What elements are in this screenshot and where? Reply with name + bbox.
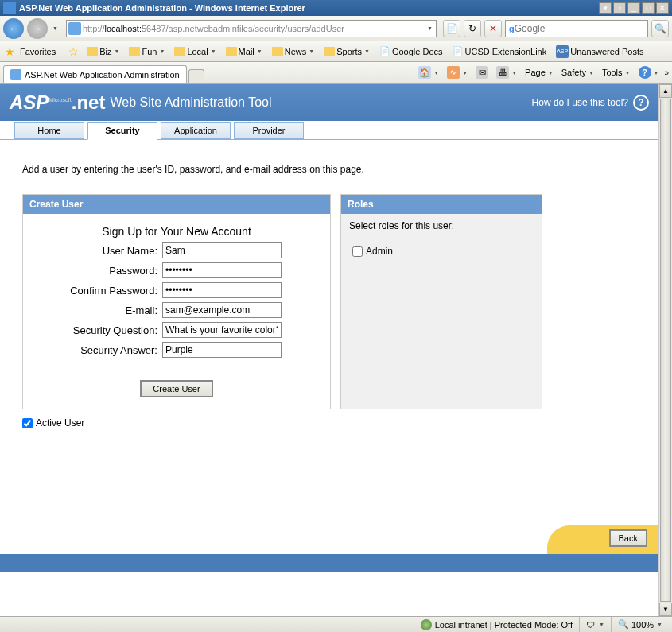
maximize-button[interactable]: □ bbox=[642, 2, 655, 14]
fav-local[interactable]: Local▼ bbox=[171, 45, 219, 58]
status-mode-dropdown[interactable]: 🛡▼ bbox=[579, 617, 611, 632]
confirm-password-input[interactable] bbox=[162, 282, 282, 298]
address-bar[interactable]: http:// localhost: 56487 /asp.netwebadmi… bbox=[66, 20, 437, 37]
roles-instruction: Select roles for this user: bbox=[341, 214, 542, 238]
active-user-row: Active User bbox=[22, 417, 636, 428]
close-button[interactable]: ✕ bbox=[656, 2, 669, 14]
page-menu[interactable]: Page▼ bbox=[522, 66, 556, 79]
help-icon: ? bbox=[639, 66, 651, 79]
favorites-bar: ★ Favorites ☆ Biz▼ Fun▼ Local▼ Mail▼ New… bbox=[0, 41, 672, 62]
folder-icon bbox=[324, 47, 335, 56]
shield-icon: 🛡 bbox=[586, 620, 595, 630]
create-user-header: Create User bbox=[23, 195, 330, 214]
fav-unanswered[interactable]: ASPUnanswered Posts bbox=[553, 44, 647, 60]
fav-sports[interactable]: Sports▼ bbox=[320, 45, 373, 58]
username-input[interactable] bbox=[162, 242, 282, 258]
url-port: 56487 bbox=[142, 24, 166, 33]
asp-icon: ASP bbox=[556, 45, 569, 58]
folder-icon bbox=[129, 47, 140, 56]
back-button[interactable]: Back bbox=[609, 529, 647, 547]
asp-title: Web Site Administration Tool bbox=[110, 95, 271, 110]
back-nav-button[interactable]: ← bbox=[3, 18, 24, 39]
safety-menu[interactable]: Safety▼ bbox=[559, 66, 596, 79]
address-dropdown[interactable]: ▼ bbox=[425, 25, 434, 31]
create-user-panel: Create User Sign Up for Your New Account… bbox=[22, 194, 331, 409]
add-favorite-icon[interactable]: ☆ bbox=[68, 45, 79, 58]
security-question-label: Security Question: bbox=[31, 324, 162, 336]
favorites-label[interactable]: Favorites bbox=[20, 47, 56, 56]
tab-security[interactable]: Security bbox=[87, 122, 157, 140]
fav-google-docs[interactable]: 📄Google Docs bbox=[376, 45, 446, 58]
rss-menu[interactable]: ∿▼ bbox=[445, 64, 470, 80]
print-menu[interactable]: 🖶▼ bbox=[494, 64, 519, 80]
forward-nav-button[interactable]: → bbox=[27, 18, 48, 39]
search-box[interactable]: g bbox=[505, 20, 648, 37]
home-icon: 🏠 bbox=[418, 66, 431, 79]
help-link[interactable]: How do I use this tool? bbox=[532, 97, 628, 108]
stop-button[interactable]: ✕ bbox=[484, 20, 502, 37]
zoom-control[interactable]: 🔍 100% ▼ bbox=[611, 617, 669, 632]
fav-mail[interactable]: Mail▼ bbox=[223, 45, 266, 58]
zone-text: Local intranet | Protected Mode: Off bbox=[435, 620, 573, 630]
tab-application[interactable]: Application bbox=[161, 122, 231, 139]
search-input[interactable] bbox=[515, 23, 644, 34]
page-content: ASPMicrosoft.net Web Site Administration… bbox=[0, 84, 658, 616]
security-question-input[interactable] bbox=[162, 322, 282, 338]
page-instruction: Add a user by entering the user's ID, pa… bbox=[22, 164, 636, 175]
page-icon: 📄 bbox=[379, 46, 390, 56]
fav-fun[interactable]: Fun▼ bbox=[126, 45, 168, 58]
tab-home[interactable]: Home bbox=[14, 122, 84, 139]
window-title: ASP.Net Web Application Administration -… bbox=[19, 3, 599, 13]
new-tab-button[interactable] bbox=[188, 69, 204, 83]
email-label: E-mail: bbox=[31, 304, 162, 316]
security-answer-input[interactable] bbox=[162, 342, 282, 358]
fav-news[interactable]: News▼ bbox=[269, 45, 317, 58]
vertical-scrollbar[interactable]: ▲ ▼ bbox=[658, 84, 672, 616]
status-bar: Local intranet | Protected Mode: Off 🛡▼ … bbox=[0, 616, 672, 632]
fav-ucsd[interactable]: 📄UCSD ExtensionLink bbox=[449, 45, 550, 58]
fav-biz[interactable]: Biz▼ bbox=[84, 45, 122, 58]
search-icon: 🔍 bbox=[655, 23, 666, 34]
scroll-up-button[interactable]: ▲ bbox=[659, 84, 672, 98]
create-user-button[interactable]: Create User bbox=[140, 380, 212, 397]
url-protocol: http:// bbox=[83, 24, 105, 33]
address-input[interactable] bbox=[344, 23, 425, 34]
tools-menu[interactable]: Tools▼ bbox=[600, 66, 633, 79]
signup-title: Sign Up for Your New Account bbox=[31, 225, 322, 238]
minimize-button[interactable]: _ bbox=[627, 2, 640, 14]
home-menu[interactable]: 🏠▼ bbox=[416, 64, 441, 80]
folder-icon bbox=[226, 47, 237, 56]
roles-panel: Roles Select roles for this user: Admin bbox=[340, 194, 542, 409]
browser-tab-active[interactable]: ASP.Net Web Application Administration bbox=[3, 65, 187, 83]
role-admin-label: Admin bbox=[366, 246, 393, 257]
scroll-down-button[interactable]: ▼ bbox=[659, 603, 672, 616]
security-answer-label: Security Answer: bbox=[31, 344, 162, 356]
footer-area: Back bbox=[0, 522, 658, 554]
mail-menu[interactable]: ✉ bbox=[473, 64, 491, 80]
globe-icon bbox=[421, 619, 432, 630]
nav-history-dropdown[interactable]: ▼ bbox=[51, 25, 60, 31]
shrink-button[interactable]: ▾ bbox=[599, 2, 612, 14]
favorites-star-icon[interactable]: ★ bbox=[5, 45, 15, 58]
help-menu[interactable]: ?▼ bbox=[636, 64, 662, 80]
email-input[interactable] bbox=[162, 302, 282, 318]
scroll-thumb[interactable] bbox=[660, 99, 671, 602]
help-circle-icon[interactable]: ? bbox=[633, 95, 649, 111]
search-button[interactable]: 🔍 bbox=[651, 20, 669, 37]
browser-tab-bar: ASP.Net Web Application Administration 🏠… bbox=[0, 62, 672, 84]
folder-icon bbox=[87, 47, 98, 56]
blue-footer-bar bbox=[0, 554, 658, 572]
mail-icon: ✉ bbox=[476, 66, 488, 79]
expand-button[interactable]: ▫ bbox=[613, 2, 626, 14]
nav-toolbar: ← → ▼ http:// localhost: 56487 /asp.netw… bbox=[0, 16, 672, 41]
refresh-button[interactable]: ↻ bbox=[464, 20, 481, 37]
folder-icon bbox=[272, 47, 283, 56]
tab-label: ASP.Net Web Application Administration bbox=[25, 70, 180, 79]
asp-logo: ASPMicrosoft.net bbox=[10, 91, 105, 114]
compat-button[interactable]: 📄 bbox=[443, 20, 460, 37]
active-user-checkbox[interactable] bbox=[22, 418, 33, 428]
tab-provider[interactable]: Provider bbox=[234, 122, 304, 139]
role-admin-checkbox[interactable] bbox=[352, 246, 363, 257]
password-input[interactable] bbox=[162, 262, 282, 278]
chevron-more-icon[interactable]: » bbox=[664, 68, 669, 77]
